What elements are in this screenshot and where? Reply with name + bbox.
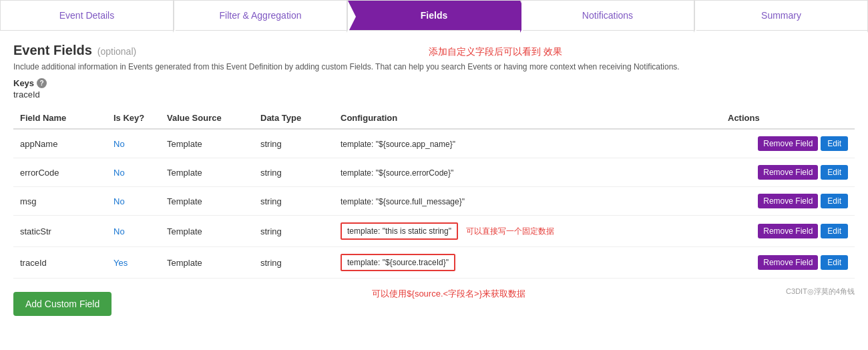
col-header-data-type: Data Type [254,108,334,129]
cell-value-source: Template [160,158,254,187]
table-row: errorCodeNoTemplatestringtemplate: "${so… [13,158,855,187]
cell-value-source: Template [160,129,254,158]
col-header-configuration: Configuration [334,108,721,129]
config-value-highlighted: template: "${source.traceId}" [341,254,455,271]
col-header-is-key: Is Key? [107,108,160,129]
config-value: template: "${source.errorCode}" [341,168,453,178]
cell-is-key: No [107,216,160,247]
annotation-top: 添加自定义字段后可以看到 效果 [136,46,855,58]
config-value: template: "${source.full_message}" [341,197,465,206]
cell-value-source: Template [160,247,254,279]
main-content: Event Fields (optional) 添加自定义字段后可以看到 效果 … [0,31,868,323]
page-title-optional: (optional) [97,46,136,57]
bottom-annotation: 可以使用${source.<字段名>}来获取数据 [112,281,786,300]
cell-configuration: template: "${source.traceId}" [334,247,721,279]
col-header-field-name: Field Name [13,108,107,129]
remove-field-button[interactable]: Remove Field [758,255,818,270]
help-icon[interactable]: ? [37,78,47,88]
add-custom-field-button[interactable]: Add Custom Field [13,292,112,316]
table-row: traceIdYesTemplatestringtemplate: "${sou… [13,247,855,279]
cell-actions: Remove FieldEdit [721,247,855,279]
cell-field-name: staticStr [13,216,107,247]
remove-field-button[interactable]: Remove Field [758,136,818,151]
cell-actions: Remove FieldEdit [721,158,855,187]
table-body: appNameNoTemplatestringtemplate: "${sour… [13,129,855,279]
page-description: Include additional information in Events… [13,62,855,71]
col-header-actions: Actions [721,108,855,129]
cell-field-name: traceId [13,247,107,279]
cell-is-key: Yes [107,247,160,279]
watermark: C3DIT◎浮莫的4角钱 [786,281,855,297]
edit-button[interactable]: Edit [821,136,848,151]
cell-field-name: errorCode [13,158,107,187]
keys-label: Keys ? [13,78,855,88]
edit-button[interactable]: Edit [821,165,848,180]
cell-configuration: template: "${source.app_name}" [334,129,721,158]
cell-actions: Remove FieldEdit [721,129,855,158]
nav-tabs: Event DetailsFilter & AggregationFieldsN… [0,0,868,31]
config-value-highlighted: template: "this is static string" [341,222,458,240]
page-title: Event Fields [13,43,92,58]
edit-button[interactable]: Edit [821,224,848,238]
tab-notifications[interactable]: Notifications [521,0,694,30]
cell-value-source: Template [160,187,254,216]
add-custom-field-area: Add Custom Field [13,281,112,316]
cell-actions: Remove FieldEdit [721,187,855,216]
table-header-row: Field Name Is Key? Value Source Data Typ… [13,108,855,129]
cell-data-type: string [254,216,334,247]
cell-value-source: Template [160,216,254,247]
cell-data-type: string [254,247,334,279]
cell-is-key: No [107,187,160,216]
cell-data-type: string [254,187,334,216]
keys-section: Keys ? traceId [13,78,855,100]
edit-button[interactable]: Edit [821,194,848,208]
remove-field-button[interactable]: Remove Field [758,165,818,180]
row-annotation: 可以直接写一个固定数据 [466,226,554,237]
cell-data-type: string [254,158,334,187]
cell-field-name: appName [13,129,107,158]
keys-value: traceId [13,90,855,100]
remove-field-button[interactable]: Remove Field [758,194,818,208]
cell-configuration: template: "${source.errorCode}" [334,158,721,187]
edit-button[interactable]: Edit [821,255,848,270]
keys-text: Keys [13,78,34,88]
cell-is-key: No [107,158,160,187]
tab-fields[interactable]: Fields [347,0,521,30]
cell-is-key: No [107,129,160,158]
cell-configuration: template: "${source.full_message}" [334,187,721,216]
cell-actions: Remove FieldEdit [721,216,855,247]
table-row: staticStrNoTemplatestringtemplate: "this… [13,216,855,247]
col-header-value-source: Value Source [160,108,254,129]
table-row: msgNoTemplatestringtemplate: "${source.f… [13,187,855,216]
cell-configuration: template: "this is static string"可以直接写一个… [334,216,721,247]
remove-field-button[interactable]: Remove Field [758,224,818,238]
bottom-section: Add Custom Field 可以使用${source.<字段名>}来获取数… [13,281,855,316]
config-value: template: "${source.app_name}" [341,140,455,149]
cell-data-type: string [254,129,334,158]
tab-event-details[interactable]: Event Details [0,0,174,30]
tab-filter-aggregation[interactable]: Filter & Aggregation [174,0,347,30]
tab-summary[interactable]: Summary [694,0,868,30]
fields-table: Field Name Is Key? Value Source Data Typ… [13,108,855,279]
table-row: appNameNoTemplatestringtemplate: "${sour… [13,129,855,158]
cell-field-name: msg [13,187,107,216]
table-header: Field Name Is Key? Value Source Data Typ… [13,108,855,129]
